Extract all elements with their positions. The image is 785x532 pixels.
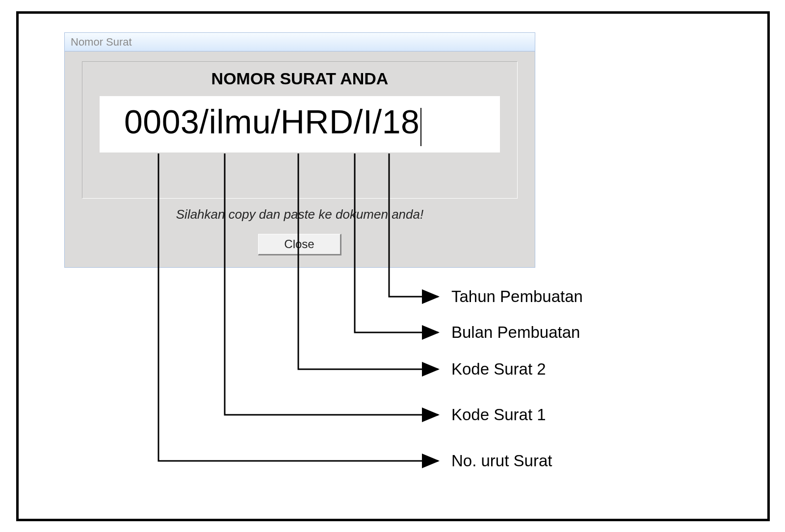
label-no-urut-surat: No. urut Surat — [451, 452, 552, 470]
label-kode-surat-1: Kode Surat 1 — [451, 405, 546, 424]
content-frame: NOMOR SURAT ANDA 0003/ilmu/HRD/I/18 — [82, 61, 518, 199]
label-bulan-pembuatan: Bulan Pembuatan — [451, 323, 580, 342]
label-kode-surat-2: Kode Surat 2 — [451, 360, 546, 379]
dialog-titlebar[interactable]: Nomor Surat — [65, 33, 535, 51]
number-display-box[interactable]: 0003/ilmu/HRD/I/18 — [100, 96, 500, 152]
close-button[interactable]: Close — [258, 234, 341, 255]
nomor-surat-dialog: Nomor Surat NOMOR SURAT ANDA 0003/ilmu/H… — [64, 32, 535, 268]
dialog-title: Nomor Surat — [71, 36, 132, 49]
text-cursor — [420, 108, 421, 146]
letter-number-value: 0003/ilmu/HRD/I/18 — [124, 103, 419, 140]
label-tahun-pembuatan: Tahun Pembuatan — [451, 287, 583, 306]
instruction-text: Silahkan copy dan paste ke dokumen anda! — [65, 207, 535, 222]
page: Nomor Surat NOMOR SURAT ANDA 0003/ilmu/H… — [0, 0, 785, 532]
outer-frame: Nomor Surat NOMOR SURAT ANDA 0003/ilmu/H… — [16, 11, 770, 521]
dialog-heading: NOMOR SURAT ANDA — [82, 69, 517, 88]
